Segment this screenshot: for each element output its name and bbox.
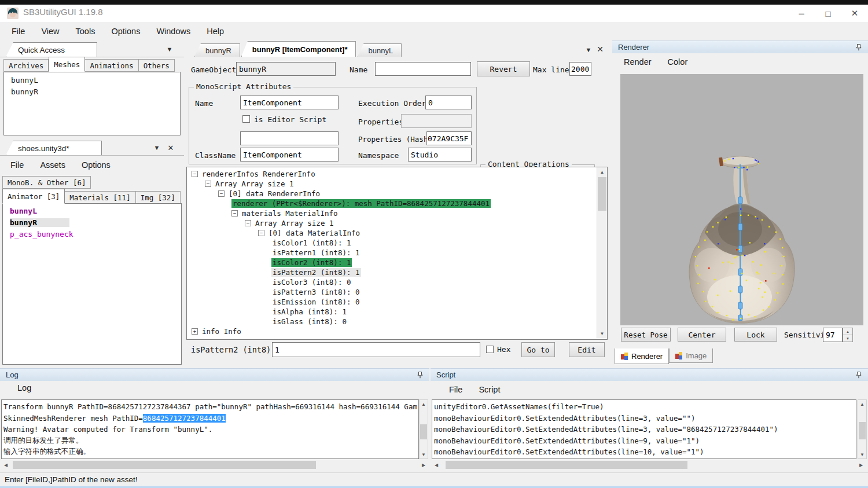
tab-materials-11[interactable]: Materials [11]: [65, 191, 135, 204]
list-item-bunnyl[interactable]: bunnyL: [4, 75, 180, 86]
pin-icon[interactable]: [417, 371, 424, 379]
tree-row[interactable]: renderer (PPtr<$Renderer>): mesh PathID=…: [187, 199, 607, 208]
log-hscrollbar[interactable]: ◀ ▶: [1, 460, 428, 470]
maximize-icon[interactable]: □: [815, 5, 841, 22]
tree-row[interactable]: isEmission (int8): 0: [187, 297, 607, 307]
list-item-bunnyl[interactable]: bunnyL: [3, 206, 181, 217]
goto-button[interactable]: Go to: [521, 342, 555, 357]
value-field[interactable]: [272, 342, 480, 357]
tab-archives[interactable]: Archives: [3, 59, 49, 72]
tree-row[interactable]: −[0] data RendererInfo: [187, 189, 607, 199]
tree-expand-icon[interactable]: −: [245, 220, 251, 226]
tree-row[interactable]: isColor2 (int8): 1: [187, 258, 607, 267]
menu-help[interactable]: Help: [198, 24, 232, 39]
tree-expand-icon[interactable]: −: [218, 190, 225, 197]
tree-row[interactable]: isPattern1 (int8): 1: [187, 248, 607, 258]
sensitivity-field[interactable]: [823, 328, 843, 342]
renderer-menu-render[interactable]: Render: [616, 54, 660, 69]
tree-row[interactable]: +info Info: [187, 326, 607, 336]
quick-access-tab[interactable]: Quick Access: [6, 42, 97, 57]
unity-menu-assets[interactable]: Assets: [32, 157, 73, 173]
scrollbar-thumb[interactable]: [13, 461, 316, 469]
unity-menu-file[interactable]: File: [2, 157, 32, 173]
assembly-field[interactable]: [240, 131, 339, 145]
script-output[interactable]: unityEditor0.GetAssetNames(filter=True)m…: [432, 399, 856, 459]
scroll-left-icon[interactable]: ◀: [432, 460, 441, 470]
tree-expand-icon[interactable]: −: [205, 181, 211, 187]
execution-order-field[interactable]: [425, 96, 472, 109]
tree-row[interactable]: isColor1 (int8): 1: [187, 238, 607, 248]
tab-monob-other-6[interactable]: MonoB. & Other [6]: [2, 176, 91, 189]
tab-others[interactable]: Others: [139, 59, 175, 72]
tab-img-32[interactable]: Img [32]: [136, 191, 181, 204]
script-hscrollbar[interactable]: ◀ ▶: [432, 460, 866, 470]
scrollbar-thumb[interactable]: [859, 422, 866, 439]
pin-icon[interactable]: [855, 371, 862, 379]
tree-expand-icon[interactable]: −: [231, 210, 238, 217]
menu-file[interactable]: File: [3, 24, 33, 39]
tree-expand-icon[interactable]: −: [192, 171, 198, 177]
tree-expand-icon[interactable]: +: [192, 328, 198, 335]
tree-row[interactable]: isPattern3 (int8): 0: [187, 287, 607, 297]
tab-meshes[interactable]: Meshes: [49, 57, 85, 72]
center-button[interactable]: Center: [678, 328, 726, 342]
attribute-tree[interactable]: −rendererInfos RendererInfo−Array Array …: [187, 167, 607, 336]
tree-row[interactable]: −rendererInfos RendererInfo: [187, 169, 607, 179]
chevron-down-icon[interactable]: ▼: [583, 45, 594, 55]
gameobject-field[interactable]: [236, 62, 336, 76]
script-menu-file[interactable]: File: [441, 382, 470, 397]
editor-tab-bunnyr-itemcomponent[interactable]: bunnyR [ItemComponent]*: [241, 41, 356, 57]
tree-row[interactable]: isGlass (int8): 0: [187, 317, 607, 326]
list-item-bunnyr[interactable]: bunnyR: [4, 86, 180, 98]
is-editor-script-checkbox[interactable]: [242, 115, 250, 123]
scroll-right-icon[interactable]: ▶: [419, 460, 428, 470]
tree-row[interactable]: −Array Array size 1: [187, 179, 607, 189]
tree-row[interactable]: isColor3 (int8): 0: [187, 277, 607, 287]
scrollbar-thumb[interactable]: [446, 461, 687, 469]
scroll-down-icon[interactable]: ▼: [597, 329, 607, 338]
classname-field[interactable]: [240, 148, 339, 162]
revert-button[interactable]: Revert: [477, 61, 530, 76]
tab-animator-3[interactable]: Animator [3]: [2, 189, 65, 204]
close-icon[interactable]: ✕: [841, 5, 868, 22]
menu-windows[interactable]: Windows: [148, 24, 198, 39]
name-field[interactable]: [375, 62, 471, 76]
mesh-list[interactable]: bunnyLbunnyR: [3, 72, 181, 135]
log-tab[interactable]: Log: [17, 383, 31, 392]
tree-row[interactable]: −materials MaterialInfo: [187, 208, 607, 218]
script-vscrollbar[interactable]: ▲ ▼: [858, 399, 867, 459]
list-item-bunnyr[interactable]: bunnyR: [3, 217, 181, 229]
render-viewport[interactable]: [620, 74, 863, 325]
spin-down-icon[interactable]: ▼: [843, 335, 852, 342]
edit-button[interactable]: Edit: [569, 342, 605, 357]
scroll-up-icon[interactable]: ▲: [420, 400, 428, 408]
scrollbar-thumb[interactable]: [598, 177, 606, 211]
unity-menu-options[interactable]: Options: [73, 157, 119, 173]
tab-image[interactable]: Image: [669, 348, 713, 363]
scrollbar-thumb[interactable]: [420, 424, 427, 439]
editor-tab-bunnyr[interactable]: bunnyR: [194, 43, 240, 57]
chevron-down-icon[interactable]: ▼: [152, 142, 162, 153]
scroll-up-icon[interactable]: ▲: [597, 167, 607, 177]
tree-row[interactable]: isPattern2 (int8): 1: [187, 267, 607, 277]
editor-tab-bunnyl[interactable]: bunnyL: [357, 43, 402, 57]
tree-row[interactable]: −[0] data MaterialInfo: [187, 228, 607, 238]
maxline-field[interactable]: [569, 62, 591, 76]
tree-scrollbar[interactable]: ▲ ▼: [597, 167, 607, 338]
close-tab-icon[interactable]: ✕: [165, 142, 176, 153]
pin-icon[interactable]: [855, 43, 862, 51]
scroll-down-icon[interactable]: ▼: [420, 450, 428, 458]
menu-options[interactable]: Options: [103, 24, 148, 39]
scroll-up-icon[interactable]: ▲: [858, 400, 866, 408]
hex-checkbox[interactable]: [486, 346, 494, 353]
scroll-left-icon[interactable]: ◀: [1, 460, 10, 470]
spin-up-icon[interactable]: ▲: [843, 328, 852, 335]
chevron-down-icon[interactable]: ▼: [164, 44, 175, 54]
tab-renderer[interactable]: Renderer: [615, 348, 669, 364]
sensitivity-stepper[interactable]: ▲ ▼: [843, 328, 853, 342]
unity-file-tab[interactable]: shoes.unity3d*: [6, 141, 102, 155]
script-menu-script[interactable]: Script: [470, 382, 508, 397]
namespace-field[interactable]: [408, 148, 472, 162]
tree-row[interactable]: isAlpha (int8): 1: [187, 307, 607, 317]
minimize-icon[interactable]: ─: [788, 5, 815, 22]
